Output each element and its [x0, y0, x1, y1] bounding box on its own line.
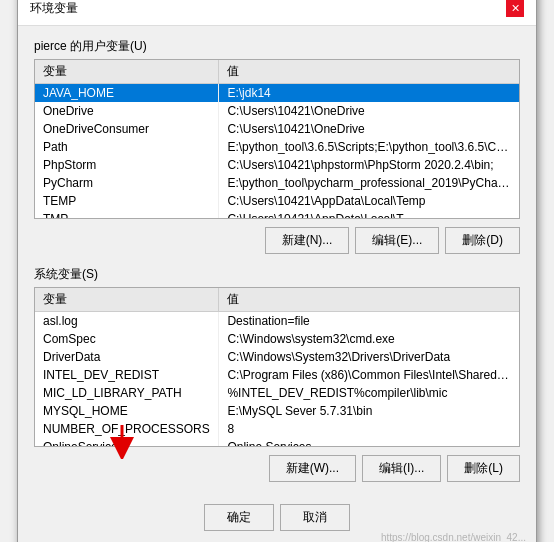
val-cell: C:\Users\10421\AppData\Local\T...: [219, 210, 519, 219]
table-row[interactable]: TMPC:\Users\10421\AppData\Local\T...: [35, 210, 519, 219]
table-row[interactable]: TEMPC:\Users\10421\AppData\Local\Temp: [35, 192, 519, 210]
close-button[interactable]: ✕: [506, 0, 524, 17]
system-new-button[interactable]: 新建(W)...: [269, 455, 356, 482]
table-row[interactable]: JAVA_HOMEE:\jdk14: [35, 84, 519, 103]
table-row[interactable]: PathE:\python_tool\3.6.5\Scripts;E:\pyth…: [35, 138, 519, 156]
val-cell: Destination=file: [219, 312, 519, 331]
dialog-body: pierce 的用户变量(U) 变量 值 JAVA_HOMEE:\jdk14On…: [18, 26, 536, 542]
val-cell: E:\jdk14: [219, 84, 519, 103]
user-section-label: pierce 的用户变量(U): [34, 38, 520, 55]
environment-variables-dialog: 环境变量 ✕ pierce 的用户变量(U) 变量 值 JAVA_HOMEE:\…: [17, 0, 537, 542]
val-cell: Online Services: [219, 438, 519, 447]
var-cell: NUMBER_OF_PROCESSORS: [35, 420, 219, 438]
val-cell: E:\python_tool\3.6.5\Scripts;E:\python_t…: [219, 138, 519, 156]
user-new-button[interactable]: 新建(N)...: [265, 227, 350, 254]
table-row[interactable]: PhpStormC:\Users\10421\phpstorm\PhpStorm…: [35, 156, 519, 174]
val-cell: C:\Windows\system32\cmd.exe: [219, 330, 519, 348]
var-cell: TMP: [35, 210, 219, 219]
system-variables-section: 系统变量(S) 变量 值 asl.logDestination=fileComS…: [34, 266, 520, 482]
footer-btn-row: 确定 取消: [34, 494, 520, 539]
var-cell: JAVA_HOME: [35, 84, 219, 103]
system-variables-table: 变量 值 asl.logDestination=fileComSpecC:\Wi…: [35, 288, 519, 447]
val-cell: 8: [219, 420, 519, 438]
system-delete-button[interactable]: 删除(L): [447, 455, 520, 482]
table-row[interactable]: INTEL_DEV_REDISTC:\Program Files (x86)\C…: [35, 366, 519, 384]
table-row[interactable]: asl.logDestination=file: [35, 312, 519, 331]
val-cell: %INTEL_DEV_REDIST%compiler\lib\mic: [219, 384, 519, 402]
system-btn-row: 新建(W)... 编辑(I)... 删除(L): [34, 455, 520, 482]
var-cell: OneDrive: [35, 102, 219, 120]
var-cell: PyCharm: [35, 174, 219, 192]
user-variables-table: 变量 值 JAVA_HOMEE:\jdk14OneDriveC:\Users\1…: [35, 60, 519, 219]
user-edit-button[interactable]: 编辑(E)...: [355, 227, 439, 254]
table-row[interactable]: OnlineServicesOnline Services: [35, 438, 519, 447]
dialog-title: 环境变量: [30, 0, 78, 17]
table-row[interactable]: ComSpecC:\Windows\system32\cmd.exe: [35, 330, 519, 348]
user-table-body: JAVA_HOMEE:\jdk14OneDriveC:\Users\10421\…: [35, 84, 519, 220]
val-cell: E:\MySQL Sever 5.7.31\bin: [219, 402, 519, 420]
var-cell: OnlineServices: [35, 438, 219, 447]
cancel-button[interactable]: 取消: [280, 504, 350, 531]
var-cell: ComSpec: [35, 330, 219, 348]
val-cell: C:\Windows\System32\Drivers\DriverData: [219, 348, 519, 366]
var-cell: asl.log: [35, 312, 219, 331]
user-variables-section: pierce 的用户变量(U) 变量 值 JAVA_HOMEE:\jdk14On…: [34, 38, 520, 254]
system-table-header-row: 变量 值: [35, 288, 519, 312]
system-col-val-header: 值: [219, 288, 519, 312]
var-cell: MIC_LD_LIBRARY_PATH: [35, 384, 219, 402]
var-cell: OneDriveConsumer: [35, 120, 219, 138]
table-row[interactable]: NUMBER_OF_PROCESSORS8: [35, 420, 519, 438]
var-cell: PhpStorm: [35, 156, 219, 174]
var-cell: Path: [35, 138, 219, 156]
val-cell: C:\Users\10421\AppData\Local\Temp: [219, 192, 519, 210]
table-row[interactable]: MYSQL_HOMEE:\MySQL Sever 5.7.31\bin: [35, 402, 519, 420]
system-col-var-header: 变量: [35, 288, 219, 312]
user-btn-row: 新建(N)... 编辑(E)... 删除(D): [34, 227, 520, 254]
table-row[interactable]: DriverDataC:\Windows\System32\Drivers\Dr…: [35, 348, 519, 366]
user-table-header-row: 变量 值: [35, 60, 519, 84]
user-delete-button[interactable]: 删除(D): [445, 227, 520, 254]
table-row[interactable]: OneDriveC:\Users\10421\OneDrive: [35, 102, 519, 120]
user-variables-table-container[interactable]: 变量 值 JAVA_HOMEE:\jdk14OneDriveC:\Users\1…: [34, 59, 520, 219]
table-row[interactable]: MIC_LD_LIBRARY_PATH%INTEL_DEV_REDIST%com…: [35, 384, 519, 402]
val-cell: C:\Users\10421\phpstorm\PhpStorm 2020.2.…: [219, 156, 519, 174]
table-row[interactable]: OneDriveConsumerC:\Users\10421\OneDrive: [35, 120, 519, 138]
val-cell: C:\Users\10421\OneDrive: [219, 102, 519, 120]
title-bar: 环境变量 ✕: [18, 0, 536, 26]
system-variables-table-container[interactable]: 变量 值 asl.logDestination=fileComSpecC:\Wi…: [34, 287, 520, 447]
var-cell: DriverData: [35, 348, 219, 366]
table-row[interactable]: PyCharmE:\python_tool\pycharm_profession…: [35, 174, 519, 192]
system-section-label: 系统变量(S): [34, 266, 520, 283]
ok-button[interactable]: 确定: [204, 504, 274, 531]
user-col-var-header: 变量: [35, 60, 219, 84]
val-cell: C:\Program Files (x86)\Common Files\Inte…: [219, 366, 519, 384]
system-edit-button[interactable]: 编辑(I)...: [362, 455, 441, 482]
user-col-val-header: 值: [219, 60, 519, 84]
var-cell: INTEL_DEV_REDIST: [35, 366, 219, 384]
val-cell: E:\python_tool\pycharm_professional_2019…: [219, 174, 519, 192]
var-cell: MYSQL_HOME: [35, 402, 219, 420]
var-cell: TEMP: [35, 192, 219, 210]
val-cell: C:\Users\10421\OneDrive: [219, 120, 519, 138]
system-table-body: asl.logDestination=fileComSpecC:\Windows…: [35, 312, 519, 448]
